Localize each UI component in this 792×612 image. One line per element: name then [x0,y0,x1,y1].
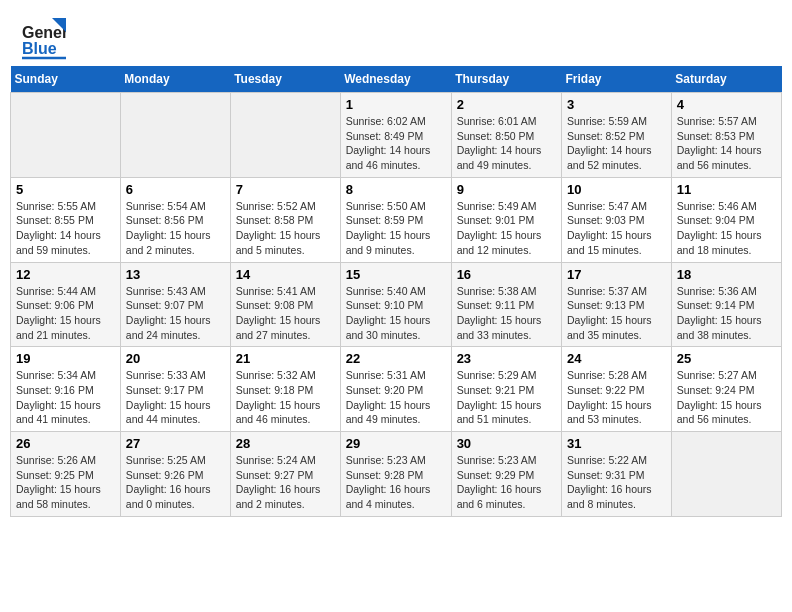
calendar-cell [230,93,340,178]
day-info: Sunrise: 5:43 AM Sunset: 9:07 PM Dayligh… [126,284,225,343]
day-info: Sunrise: 5:40 AM Sunset: 9:10 PM Dayligh… [346,284,446,343]
calendar-cell [671,432,781,517]
day-info: Sunrise: 5:55 AM Sunset: 8:55 PM Dayligh… [16,199,115,258]
day-number: 11 [677,182,776,197]
weekday-header: Thursday [451,66,561,93]
calendar-cell: 29Sunrise: 5:23 AM Sunset: 9:28 PM Dayli… [340,432,451,517]
calendar-cell: 26Sunrise: 5:26 AM Sunset: 9:25 PM Dayli… [11,432,121,517]
day-number: 2 [457,97,556,112]
page-header: General Blue [10,10,782,66]
calendar-cell: 27Sunrise: 5:25 AM Sunset: 9:26 PM Dayli… [120,432,230,517]
day-info: Sunrise: 5:28 AM Sunset: 9:22 PM Dayligh… [567,368,666,427]
calendar-cell: 20Sunrise: 5:33 AM Sunset: 9:17 PM Dayli… [120,347,230,432]
calendar-cell: 28Sunrise: 5:24 AM Sunset: 9:27 PM Dayli… [230,432,340,517]
calendar-cell: 3Sunrise: 5:59 AM Sunset: 8:52 PM Daylig… [561,93,671,178]
calendar-cell: 10Sunrise: 5:47 AM Sunset: 9:03 PM Dayli… [561,177,671,262]
day-number: 13 [126,267,225,282]
day-info: Sunrise: 5:52 AM Sunset: 8:58 PM Dayligh… [236,199,335,258]
weekday-header: Sunday [11,66,121,93]
svg-text:Blue: Blue [22,40,57,57]
calendar-cell: 1Sunrise: 6:02 AM Sunset: 8:49 PM Daylig… [340,93,451,178]
weekday-header: Monday [120,66,230,93]
calendar-cell: 7Sunrise: 5:52 AM Sunset: 8:58 PM Daylig… [230,177,340,262]
calendar-cell: 13Sunrise: 5:43 AM Sunset: 9:07 PM Dayli… [120,262,230,347]
calendar-week-row: 12Sunrise: 5:44 AM Sunset: 9:06 PM Dayli… [11,262,782,347]
day-number: 15 [346,267,446,282]
day-info: Sunrise: 5:49 AM Sunset: 9:01 PM Dayligh… [457,199,556,258]
day-number: 30 [457,436,556,451]
day-info: Sunrise: 5:57 AM Sunset: 8:53 PM Dayligh… [677,114,776,173]
day-number: 21 [236,351,335,366]
day-info: Sunrise: 5:29 AM Sunset: 9:21 PM Dayligh… [457,368,556,427]
day-info: Sunrise: 5:36 AM Sunset: 9:14 PM Dayligh… [677,284,776,343]
weekday-header-row: SundayMondayTuesdayWednesdayThursdayFrid… [11,66,782,93]
calendar-cell: 4Sunrise: 5:57 AM Sunset: 8:53 PM Daylig… [671,93,781,178]
day-number: 14 [236,267,335,282]
day-info: Sunrise: 5:44 AM Sunset: 9:06 PM Dayligh… [16,284,115,343]
day-info: Sunrise: 5:26 AM Sunset: 9:25 PM Dayligh… [16,453,115,512]
weekday-header: Tuesday [230,66,340,93]
calendar-cell [120,93,230,178]
day-number: 16 [457,267,556,282]
day-info: Sunrise: 5:50 AM Sunset: 8:59 PM Dayligh… [346,199,446,258]
calendar-week-row: 1Sunrise: 6:02 AM Sunset: 8:49 PM Daylig… [11,93,782,178]
calendar-cell: 17Sunrise: 5:37 AM Sunset: 9:13 PM Dayli… [561,262,671,347]
calendar-cell: 8Sunrise: 5:50 AM Sunset: 8:59 PM Daylig… [340,177,451,262]
day-info: Sunrise: 5:59 AM Sunset: 8:52 PM Dayligh… [567,114,666,173]
day-info: Sunrise: 6:02 AM Sunset: 8:49 PM Dayligh… [346,114,446,173]
logo: General Blue [22,18,66,62]
day-info: Sunrise: 5:37 AM Sunset: 9:13 PM Dayligh… [567,284,666,343]
day-number: 10 [567,182,666,197]
weekday-header: Friday [561,66,671,93]
day-number: 4 [677,97,776,112]
calendar-cell: 19Sunrise: 5:34 AM Sunset: 9:16 PM Dayli… [11,347,121,432]
day-number: 24 [567,351,666,366]
calendar-week-row: 19Sunrise: 5:34 AM Sunset: 9:16 PM Dayli… [11,347,782,432]
day-info: Sunrise: 5:27 AM Sunset: 9:24 PM Dayligh… [677,368,776,427]
day-info: Sunrise: 5:41 AM Sunset: 9:08 PM Dayligh… [236,284,335,343]
day-number: 28 [236,436,335,451]
calendar-cell: 22Sunrise: 5:31 AM Sunset: 9:20 PM Dayli… [340,347,451,432]
day-info: Sunrise: 5:31 AM Sunset: 9:20 PM Dayligh… [346,368,446,427]
day-number: 5 [16,182,115,197]
calendar-cell: 11Sunrise: 5:46 AM Sunset: 9:04 PM Dayli… [671,177,781,262]
calendar-cell: 30Sunrise: 5:23 AM Sunset: 9:29 PM Dayli… [451,432,561,517]
weekday-header: Wednesday [340,66,451,93]
day-number: 1 [346,97,446,112]
day-number: 31 [567,436,666,451]
day-info: Sunrise: 5:32 AM Sunset: 9:18 PM Dayligh… [236,368,335,427]
day-number: 3 [567,97,666,112]
day-number: 18 [677,267,776,282]
day-number: 9 [457,182,556,197]
day-info: Sunrise: 5:23 AM Sunset: 9:28 PM Dayligh… [346,453,446,512]
day-info: Sunrise: 5:34 AM Sunset: 9:16 PM Dayligh… [16,368,115,427]
calendar-cell: 21Sunrise: 5:32 AM Sunset: 9:18 PM Dayli… [230,347,340,432]
calendar-cell: 2Sunrise: 6:01 AM Sunset: 8:50 PM Daylig… [451,93,561,178]
day-number: 20 [126,351,225,366]
day-number: 7 [236,182,335,197]
calendar-cell: 18Sunrise: 5:36 AM Sunset: 9:14 PM Dayli… [671,262,781,347]
calendar-cell: 14Sunrise: 5:41 AM Sunset: 9:08 PM Dayli… [230,262,340,347]
day-info: Sunrise: 5:38 AM Sunset: 9:11 PM Dayligh… [457,284,556,343]
day-info: Sunrise: 6:01 AM Sunset: 8:50 PM Dayligh… [457,114,556,173]
calendar-cell: 16Sunrise: 5:38 AM Sunset: 9:11 PM Dayli… [451,262,561,347]
day-info: Sunrise: 5:25 AM Sunset: 9:26 PM Dayligh… [126,453,225,512]
day-info: Sunrise: 5:22 AM Sunset: 9:31 PM Dayligh… [567,453,666,512]
calendar-cell: 15Sunrise: 5:40 AM Sunset: 9:10 PM Dayli… [340,262,451,347]
day-info: Sunrise: 5:24 AM Sunset: 9:27 PM Dayligh… [236,453,335,512]
day-number: 27 [126,436,225,451]
calendar-table: SundayMondayTuesdayWednesdayThursdayFrid… [10,66,782,517]
calendar-cell: 31Sunrise: 5:22 AM Sunset: 9:31 PM Dayli… [561,432,671,517]
calendar-cell: 5Sunrise: 5:55 AM Sunset: 8:55 PM Daylig… [11,177,121,262]
calendar-week-row: 5Sunrise: 5:55 AM Sunset: 8:55 PM Daylig… [11,177,782,262]
day-number: 22 [346,351,446,366]
calendar-week-row: 26Sunrise: 5:26 AM Sunset: 9:25 PM Dayli… [11,432,782,517]
calendar-cell: 24Sunrise: 5:28 AM Sunset: 9:22 PM Dayli… [561,347,671,432]
day-number: 19 [16,351,115,366]
calendar-cell: 25Sunrise: 5:27 AM Sunset: 9:24 PM Dayli… [671,347,781,432]
weekday-header: Saturday [671,66,781,93]
day-info: Sunrise: 5:47 AM Sunset: 9:03 PM Dayligh… [567,199,666,258]
calendar-cell: 6Sunrise: 5:54 AM Sunset: 8:56 PM Daylig… [120,177,230,262]
day-info: Sunrise: 5:33 AM Sunset: 9:17 PM Dayligh… [126,368,225,427]
logo-icon: General Blue [22,18,66,62]
